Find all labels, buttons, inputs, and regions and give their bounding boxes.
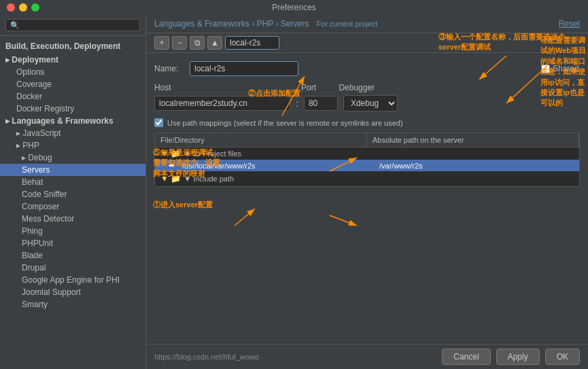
sidebar-item-javascript[interactable]: ▸ JavaScript [0,127,145,139]
breadcrumb-text: Languages & Frameworks › PHP › Servers [154,19,309,29]
sidebar-item-coverage[interactable]: Coverage [0,78,145,90]
for-current-project: For current project [317,20,378,28]
host-row: : Xdebug Zend Debugger [154,95,580,111]
host-input[interactable] [154,96,290,111]
name-label: Name: [154,64,181,73]
local-path: /usr/local/var/www/r2s [182,162,377,170]
title-bar: Preferences [0,0,588,15]
table-body: ▼ 📁 ▼ 🗂 Project files ➡ /usr/local/var/w… [155,147,579,186]
abs-path: /var/www/r2s [379,162,574,170]
ok-button[interactable]: OK [545,349,580,365]
action-buttons: Cancel Apply OK [442,349,580,365]
arrow-icon: ➡ [169,161,179,170]
sidebar-item-phing[interactable]: Phing [0,225,145,237]
shared-checkbox[interactable] [541,65,550,73]
shared-label: Shared [553,64,580,73]
remove-server-button[interactable]: − [172,36,187,50]
file-directory-table: File/Directory Absolute path on the serv… [154,133,580,187]
sidebar-item-smarty[interactable]: Smarty [0,298,145,311]
path-mapping-row[interactable]: ➡ /usr/local/var/www/r2s /var/www/r2s [155,160,579,171]
sidebar-item-phpunit[interactable]: PHPUnit [0,237,145,249]
name-row: Name: Shared [154,61,580,76]
table-header: File/Directory Absolute path on the serv… [155,133,579,147]
abs-path-col-header: Absolute path on the server [367,133,579,147]
shared-row: Shared [541,64,580,73]
folder-icon: ▼ 📁 [160,149,181,158]
host-label: Host [154,83,171,92]
sidebar-item-langs[interactable]: ▸ Languages & Frameworks [0,115,145,127]
sidebar-content: Build, Execution, Deployment ▸ Deploymen… [0,36,145,369]
sidebar-item-drupal[interactable]: Drupal [0,262,145,274]
server-toolbar: + − ⧉ ▲ local-r2s [146,33,588,53]
sidebar-item-google-app[interactable]: Google App Engine for PHI [0,274,145,286]
window-title: Preferences [272,3,316,12]
sidebar-item-docker[interactable]: Docker [0,90,145,103]
sidebar-item-code-sniffer[interactable]: Code Sniffer [0,188,145,200]
sidebar-item-composer[interactable]: Composer [0,200,145,213]
url-display: https://blog.csdn.net/hfut_wowo [154,353,259,361]
sidebar-section-build: Build, Execution, Deployment [0,39,145,54]
sidebar-item-blade[interactable]: Blade [0,249,145,262]
sidebar-search-area [0,15,145,36]
path-mappings-label: Use path mappings (select if the server … [167,119,403,127]
bottom-bar: https://blog.csdn.net/hfut_wowo Cancel A… [146,344,588,369]
name-input[interactable] [190,61,298,76]
reset-button[interactable]: Reset [559,19,580,29]
sidebar-item-deployment[interactable]: ▸ Deployment [0,54,145,66]
port-label: Port [301,83,316,92]
form-area: Name: Shared Host Port Debugger : [146,53,588,344]
move-up-button[interactable]: ▲ [207,36,222,50]
sidebar-item-servers[interactable]: Servers [0,164,145,176]
project-files-label: ▼ 🗂 Project files [184,150,377,158]
path-mappings-row: Use path mappings (select if the server … [154,118,580,127]
add-server-button[interactable]: + [154,36,169,50]
apply-button[interactable]: Apply [496,349,540,365]
project-files-row[interactable]: ▼ 📁 ▼ 🗂 Project files [155,147,579,160]
sidebar-item-joomlal[interactable]: Joomlal Support [0,286,145,298]
include-folder-icon: ▼ 📁 [160,174,181,183]
path-mappings-checkbox[interactable] [154,118,163,127]
colon-separator: : [296,98,298,109]
sidebar-item-docker-registry[interactable]: Docker Registry [0,103,145,115]
debugger-label: Debugger [339,83,375,92]
search-input[interactable] [5,19,140,31]
sidebar-item-options[interactable]: Options [0,66,145,78]
port-input[interactable] [304,96,338,111]
minimize-button[interactable] [19,3,27,12]
sidebar-item-mess-detector[interactable]: Mess Detector [0,213,145,225]
file-dir-col-header: File/Directory [155,133,367,147]
main-panel: Languages & Frameworks › PHP › Servers F… [146,15,588,369]
close-button[interactable] [7,3,15,12]
sidebar-item-behat[interactable]: Behat [0,176,145,188]
main-header: Languages & Frameworks › PHP › Servers F… [146,15,588,33]
include-path-label: ▼ Include path [184,175,234,183]
host-labels-row: Host Port Debugger [154,83,580,92]
cancel-button[interactable]: Cancel [442,349,490,365]
sidebar-item-php[interactable]: ▸ PHP [0,139,145,152]
include-path-row[interactable]: ▼ 📁 ▼ Include path [155,171,579,186]
copy-server-button[interactable]: ⧉ [190,36,205,50]
window-controls [7,3,39,12]
sidebar-item-debug[interactable]: ▸ Debug [0,152,145,164]
sidebar: Build, Execution, Deployment ▸ Deploymen… [0,15,146,369]
server-name-display: local-r2s [225,36,279,50]
debugger-select[interactable]: Xdebug Zend Debugger [343,95,398,111]
breadcrumb: Languages & Frameworks › PHP › Servers F… [154,19,377,29]
maximize-button[interactable] [31,3,39,12]
